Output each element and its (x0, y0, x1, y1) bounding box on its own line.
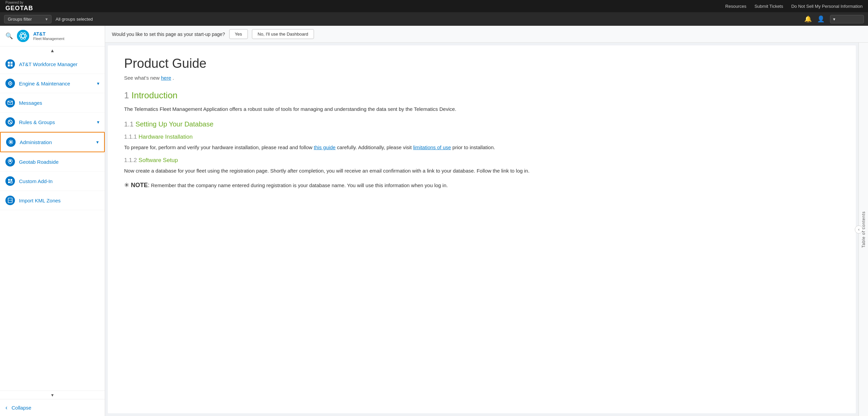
sidebar-item-att-workforce[interactable]: AT&T Workforce Manager (0, 55, 105, 74)
collapse-icon: ‹ (5, 404, 7, 411)
geotab-logo: Powered by GEOTAB (5, 1, 33, 12)
note-asterisk: ✳ NOTE: (124, 182, 150, 189)
sidebar-item-messages[interactable]: Messages (0, 93, 105, 113)
section-1-1-2-body: Now create a database for your fleet usi… (124, 166, 840, 175)
sidebar-scroll-up[interactable]: ▲ (0, 46, 105, 55)
administration-icon (6, 137, 16, 147)
section-1-body: The Telematics Fleet Management Applicat… (124, 105, 840, 114)
section-1-1-1-heading: 1.1.1 Hardware Installation (124, 134, 840, 140)
rules-groups-icon (5, 117, 15, 127)
administration-label: Administration (20, 139, 92, 145)
no-dashboard-button[interactable]: No, I'll use the Dashboard (252, 29, 314, 39)
top-bar-links: Resources Submit Tickets Do Not Sell My … (725, 4, 863, 9)
section-1-num: 1 (124, 90, 129, 100)
section-1-1-1-num: 1.1.1 (124, 134, 137, 140)
section-1-1-2-title: Software Setup (139, 157, 178, 163)
section-1-1-heading: 1.1 Setting Up Your Database (124, 120, 840, 128)
sidebar-item-geotab-roadside[interactable]: Geotab Roadside (0, 152, 105, 172)
groups-filter-label: Groups filter (8, 17, 32, 22)
sidebar-header: 🔍 AT&T Fleet Management (0, 26, 105, 46)
groups-filter-button[interactable]: Groups filter ▾ (4, 15, 52, 23)
section-1-1-1-body-after: prior to installation. (452, 144, 495, 150)
section-1-1-2-note: ✳ NOTE: Remember that the company name e… (124, 180, 840, 191)
custom-add-in-label: Custom Add-In (19, 178, 99, 184)
toc-sidebar: ‹ Table of contents (859, 43, 868, 416)
section-1-1-2-heading: 1.1.2 Software Setup (124, 157, 840, 164)
notification-bell-icon[interactable]: 🔔 (804, 15, 812, 23)
company-logo (17, 30, 29, 42)
sidebar-item-rules-groups[interactable]: Rules & Groups ▾ (0, 113, 105, 132)
note-bold: NOTE (131, 182, 148, 189)
sidebar-scroll-down[interactable]: ▾ (0, 391, 105, 399)
svg-rect-18 (8, 179, 10, 181)
main-document: Product Guide See what's new here . 1 In… (108, 45, 856, 413)
collapse-label: Collapse (12, 405, 31, 411)
startup-bar-question: Would you like to set this page as your … (112, 32, 225, 37)
sidebar-item-custom-add-in[interactable]: Custom Add-In (0, 172, 105, 191)
startup-bar: Would you like to set this page as your … (105, 26, 868, 43)
section-1-heading: 1 Introduction (124, 90, 840, 101)
doc-subtitle-text: See what's new (124, 75, 161, 81)
svg-point-17 (9, 160, 11, 162)
note-text: Remember that the company name entered d… (151, 182, 448, 188)
engine-maintenance-label: Engine & Maintenance (19, 81, 93, 86)
resources-link[interactable]: Resources (725, 4, 746, 9)
svg-rect-6 (11, 62, 13, 64)
filter-bar: Groups filter ▾ All groups selected 🔔 👤 … (0, 12, 868, 26)
section-1-1-1-body: To prepare for, perform and verify your … (124, 143, 840, 152)
custom-add-in-icon (5, 176, 15, 186)
this-guide-link[interactable]: this guide (314, 144, 335, 150)
sidebar: 🔍 AT&T Fleet Management ▲ (0, 26, 105, 416)
svg-point-10 (9, 83, 11, 84)
att-workforce-icon (5, 59, 15, 69)
section-1-title: Introduction (132, 90, 178, 100)
svg-line-15 (9, 121, 12, 123)
svg-rect-20 (8, 181, 10, 183)
sidebar-collapse[interactable]: ‹ Collapse (0, 399, 105, 416)
svg-rect-7 (8, 64, 10, 66)
geotab-logo-text: GEOTAB (5, 5, 33, 12)
rules-groups-chevron: ▾ (97, 119, 99, 125)
doc-subtitle-link[interactable]: here (161, 75, 171, 81)
user-dropdown[interactable]: ▾ (830, 15, 864, 23)
sidebar-item-import-kml-zones[interactable]: KML Import KML Zones (0, 191, 105, 210)
limitations-of-use-link[interactable]: limitations of use (413, 144, 451, 150)
company-name: AT&T (33, 31, 64, 37)
all-groups-text: All groups selected (56, 17, 93, 22)
search-icon[interactable]: 🔍 (5, 32, 13, 40)
top-navigation-bar: Powered by GEOTAB Resources Submit Ticke… (0, 0, 868, 12)
doc-subtitle-after: . (173, 75, 174, 81)
rules-groups-label: Rules & Groups (19, 119, 93, 125)
content-scroll-wrapper: Product Guide See what's new here . 1 In… (105, 43, 868, 416)
submit-tickets-link[interactable]: Submit Tickets (754, 4, 783, 9)
svg-rect-8 (11, 64, 13, 66)
sidebar-item-administration[interactable]: Administration ▾ (0, 132, 105, 152)
sidebar-item-engine-maintenance[interactable]: Engine & Maintenance ▾ (0, 74, 105, 93)
company-subtitle: Fleet Management (33, 37, 64, 41)
messages-icon (5, 98, 15, 107)
import-kml-icon: KML (5, 196, 15, 205)
administration-chevron: ▾ (96, 139, 99, 145)
toc-label[interactable]: Table of contents (861, 211, 866, 248)
do-not-sell-link[interactable]: Do Not Sell My Personal Information (791, 4, 863, 9)
engine-maintenance-chevron: ▾ (97, 81, 99, 86)
svg-point-4 (22, 35, 24, 37)
engine-maintenance-icon (5, 79, 15, 88)
doc-title: Product Guide (124, 56, 840, 71)
content-area: Would you like to set this page as your … (105, 26, 868, 416)
svg-text:KML: KML (9, 199, 13, 201)
filter-bar-right: 🔔 👤 ▾ (804, 15, 864, 23)
section-1-1-2-num: 1.1.2 (124, 157, 137, 163)
company-info: AT&T Fleet Management (33, 31, 64, 41)
groups-filter-chevron: ▾ (45, 17, 48, 22)
section-1-1-title: Setting Up Your Database (135, 120, 213, 128)
sidebar-nav: AT&T Workforce Manager Engine & Maintena… (0, 55, 105, 391)
geotab-roadside-label: Geotab Roadside (19, 159, 99, 165)
att-workforce-label: AT&T Workforce Manager (19, 61, 99, 67)
geotab-roadside-icon (5, 157, 15, 166)
yes-button[interactable]: Yes (229, 29, 248, 39)
import-kml-label: Import KML Zones (19, 198, 99, 203)
user-avatar-icon[interactable]: 👤 (817, 15, 825, 23)
section-1-1-num: 1.1 (124, 120, 134, 128)
section-1-1-1-body-before: To prepare for, perform and verify your … (124, 144, 314, 150)
